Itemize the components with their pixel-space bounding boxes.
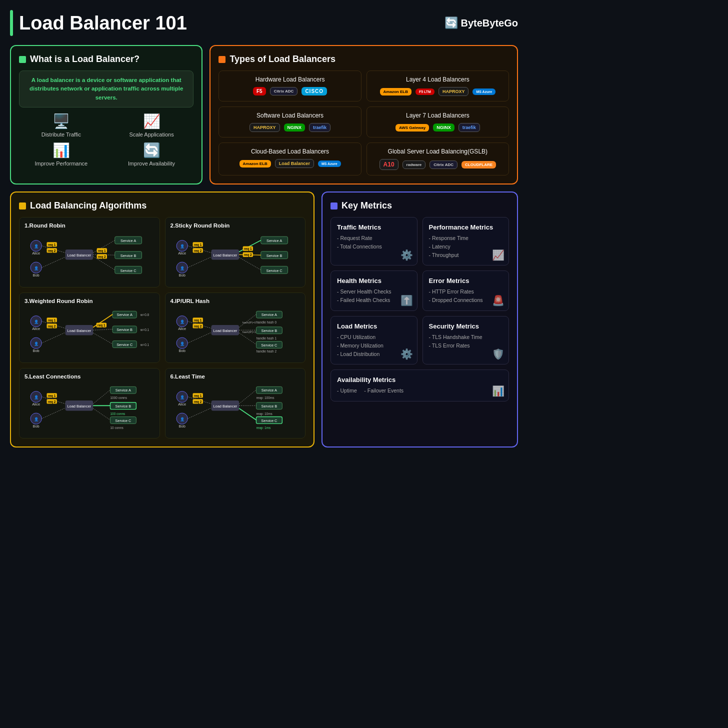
svg-text:Service C: Service C xyxy=(261,418,278,423)
logo-citrix: Citrix ADC xyxy=(270,87,298,96)
types-grid: Hardware Load Balancers F5 Citrix ADC CI… xyxy=(218,70,509,176)
svg-text:Service A: Service A xyxy=(266,238,282,243)
svg-text:👤: 👤 xyxy=(34,342,39,346)
perf-icon: 📈 xyxy=(492,249,504,261)
metric-traffic-items: - Request Rate- Total Connections xyxy=(337,234,410,251)
algo-srr-title: 2.Sticky Round Robin xyxy=(170,222,300,228)
bottom-row: Load Balancing Algorithms 1.Round Robin … xyxy=(10,192,518,448)
logo-haproxy-l4: HAPROXY xyxy=(438,87,469,96)
page-header: Load Balancer 101 🔄 ByteByteGo xyxy=(10,10,518,36)
svg-text:req 2: req 2 xyxy=(194,400,202,404)
svg-text:Load Balancer: Load Balancer xyxy=(213,328,237,333)
lb-description: A load balancer is a device or software … xyxy=(19,70,194,108)
algo-rr-diagram: 👤 Alice 👤 Bob Load Balancer Service A Se… xyxy=(24,232,154,280)
svg-text:Service C: Service C xyxy=(120,268,137,273)
svg-text:reap: 100ms: reap: 100ms xyxy=(256,396,274,400)
svg-text:👤: 👤 xyxy=(34,320,39,324)
svg-text:Bob: Bob xyxy=(178,424,185,428)
svg-text:req 2: req 2 xyxy=(194,324,202,328)
metric-availability: Availability Metrics - Uptime - Failover… xyxy=(330,370,509,402)
availability-label: Improve Availability xyxy=(128,160,175,166)
algo-hash-diagram: 👤 Alice 👤 Bob Load Balancer Service A ha… xyxy=(170,308,300,356)
logo-amazon-elb: Amazon ELB xyxy=(380,88,412,96)
svg-text:handle hash 2: handle hash 2 xyxy=(256,350,276,353)
svg-text:w=0.1: w=0.1 xyxy=(140,343,150,346)
logo-lb-cloud: Load Balancer xyxy=(275,159,314,168)
svg-text:1000 conns: 1000 conns xyxy=(110,396,126,400)
type-hardware: Hardware Load Balancers F5 Citrix ADC CI… xyxy=(218,70,361,102)
scale-icon: 📈 xyxy=(143,114,160,128)
type-layer7-title: Layer 7 Load Balancers xyxy=(372,112,504,119)
algo-hash-title: 4.IP/URL Hash xyxy=(170,298,300,304)
svg-text:req 1: req 1 xyxy=(194,243,202,247)
svg-text:req 2: req 2 xyxy=(244,253,252,257)
logo-cisco: CISCO xyxy=(302,87,327,96)
feature-availability: 🔄 Improve Availability xyxy=(110,144,194,166)
svg-text:handle hash 0: handle hash 0 xyxy=(256,320,276,324)
svg-line-75 xyxy=(93,329,112,330)
svg-text:Service B: Service B xyxy=(266,254,282,258)
svg-text:👤: 👤 xyxy=(34,244,39,248)
svg-line-158 xyxy=(239,408,256,420)
svg-text:Service A: Service A xyxy=(261,312,276,317)
type-cloud-title: Cloud-Based Load Balancers xyxy=(224,148,356,155)
svg-text:Service C: Service C xyxy=(266,268,282,273)
svg-text:Service B: Service B xyxy=(116,404,132,408)
blue-dot xyxy=(330,202,338,210)
algo-wrr-title: 3.Weighted Round Robin xyxy=(24,298,154,304)
what-is-section: What is a Load Balancer? A load balancer… xyxy=(10,45,202,184)
type-software-title: Software Load Balancers xyxy=(224,112,356,119)
svg-text:Service A: Service A xyxy=(117,312,132,317)
svg-text:Service B: Service B xyxy=(120,254,136,258)
metric-traffic-title: Traffic Metrics xyxy=(337,224,410,231)
svg-text:req 2: req 2 xyxy=(98,255,106,259)
svg-line-42 xyxy=(188,257,211,268)
logo-aws-app-gw: AWS Gateway xyxy=(396,124,429,132)
logo-radware: radware xyxy=(402,160,426,169)
metric-avail-items: - Uptime - Failover Events xyxy=(337,386,502,395)
svg-text:req 1: req 1 xyxy=(48,318,56,322)
svg-text:req 1: req 1 xyxy=(244,247,252,251)
type-layer4-title: Layer 4 Load Balancers xyxy=(372,76,504,83)
logo-ms-cloud: MS Azure xyxy=(318,160,341,167)
svg-text:👤: 👤 xyxy=(180,244,184,248)
logo-nginx-sw: NGINX xyxy=(284,124,306,132)
type-gslb-logos: A10 radware Citrix ADC CLOUDFLARE xyxy=(372,159,504,170)
page-title: Load Balancer 101 xyxy=(19,12,187,34)
what-is-title: What is a Load Balancer? xyxy=(19,54,194,64)
distribute-label: Distribute Traffic xyxy=(42,132,81,138)
avail-icon: 📊 xyxy=(492,385,504,397)
logo-traefik-sw: traefik xyxy=(309,123,330,132)
svg-text:Service C: Service C xyxy=(115,418,132,423)
svg-text:👤: 👤 xyxy=(180,320,184,324)
svg-text:hash(IP)=1: hash(IP)=1 xyxy=(242,330,256,334)
metric-performance: Performance Metrics - Response Time- Lat… xyxy=(422,217,509,266)
algo-lt-title: 6.Least Time xyxy=(170,374,300,380)
type-gslb-title: Global Server Load Balancing(GSLB) xyxy=(372,148,504,155)
svg-line-132 xyxy=(93,408,110,420)
algo-least-time: 6.Least Time 👤 Alice 👤 Bob Load Balancer… xyxy=(165,368,306,438)
metric-error: Error Metrics - HTTP Error Rates- Droppe… xyxy=(422,270,509,311)
metric-sec-items: - TLS Handshake Time- TLS Error Rates xyxy=(429,333,502,350)
svg-text:Alice: Alice xyxy=(178,326,186,331)
svg-text:w=0.1: w=0.1 xyxy=(140,328,150,332)
metric-health: Health Metrics - Server Health Checks- F… xyxy=(330,270,417,311)
svg-text:👤: 👤 xyxy=(34,417,39,422)
algo-lc-title: 5.Least Connections xyxy=(24,374,154,380)
algo-lc-diagram: 👤 Alice 👤 Bob Load Balancer Service A 10… xyxy=(24,384,154,431)
metrics-grid: Traffic Metrics - Request Rate- Total Co… xyxy=(330,217,509,402)
svg-text:Alice: Alice xyxy=(178,251,186,256)
svg-text:req 2: req 2 xyxy=(48,400,56,404)
metric-perf-title: Performance Metrics xyxy=(429,224,502,231)
metric-error-title: Error Metrics xyxy=(429,277,502,284)
logo-traefik-l7: traefik xyxy=(458,123,480,132)
type-cloud: Cloud-Based Load Balancers Amazon ELB Lo… xyxy=(218,142,361,176)
svg-text:reap: 10ms: reap: 10ms xyxy=(256,412,272,416)
metric-avail-title: Availability Metrics xyxy=(337,376,502,384)
svg-line-73 xyxy=(42,332,65,343)
svg-text:req 1: req 1 xyxy=(194,394,202,398)
svg-text:req 2: req 2 xyxy=(194,249,202,253)
type-gslb: Global Server Load Balancing(GSLB) A10 r… xyxy=(366,142,509,176)
logo-a10: A10 xyxy=(380,159,398,170)
svg-text:req 1: req 1 xyxy=(98,249,106,253)
